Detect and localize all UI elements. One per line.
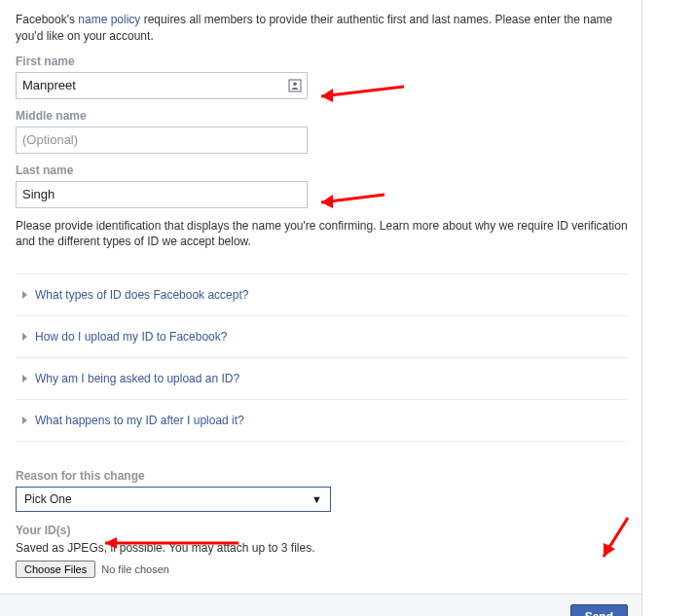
chevron-right-icon bbox=[21, 288, 29, 302]
first-name-group: First name bbox=[16, 54, 641, 99]
faq-list: What types of ID does Facebook accept? H… bbox=[16, 273, 628, 442]
last-name-group: Last name bbox=[16, 163, 641, 208]
intro-text: Facebook's name policy requires all memb… bbox=[16, 0, 641, 54]
chevron-right-icon bbox=[21, 330, 29, 344]
ids-section: Your ID(s) Saved as JPEGs, if possible. … bbox=[16, 524, 641, 578]
form-container: Facebook's name policy requires all memb… bbox=[0, 0, 642, 594]
faq-item[interactable]: How do I upload my ID to Facebook? bbox=[16, 316, 628, 358]
first-name-label: First name bbox=[16, 54, 641, 68]
last-name-label: Last name bbox=[16, 163, 641, 177]
send-button[interactable]: Send bbox=[570, 604, 628, 616]
footer-bar: Send bbox=[0, 594, 642, 616]
name-policy-link[interactable]: name policy bbox=[78, 13, 140, 26]
reason-selected: Pick One bbox=[24, 492, 72, 506]
file-upload-row: Choose Files No file chosen bbox=[16, 561, 641, 578]
faq-link[interactable]: Why am I being asked to upload an ID? bbox=[35, 372, 239, 385]
choose-files-button[interactable]: Choose Files bbox=[16, 561, 95, 578]
intro-pre: Facebook's bbox=[16, 13, 78, 26]
reason-label: Reason for this change bbox=[16, 469, 641, 483]
reason-select[interactable]: Pick One ▼ bbox=[16, 487, 331, 512]
first-name-input[interactable] bbox=[16, 72, 308, 99]
middle-name-group: Middle name bbox=[16, 109, 641, 154]
middle-name-input[interactable] bbox=[16, 127, 308, 154]
faq-item[interactable]: What happens to my ID after I upload it? bbox=[16, 400, 628, 442]
no-file-text: No file chosen bbox=[101, 563, 169, 575]
ids-hint: Saved as JPEGs, if possible. You may att… bbox=[16, 541, 641, 555]
chevron-right-icon bbox=[21, 414, 29, 427]
last-name-input[interactable] bbox=[16, 181, 308, 208]
verification-text: Please provide identification that displ… bbox=[16, 218, 628, 251]
reason-section: Reason for this change Pick One ▼ bbox=[16, 469, 641, 512]
chevron-right-icon bbox=[21, 372, 29, 385]
faq-item[interactable]: Why am I being asked to upload an ID? bbox=[16, 358, 628, 400]
faq-link[interactable]: How do I upload my ID to Facebook? bbox=[35, 330, 227, 344]
chevron-down-icon: ▼ bbox=[311, 493, 322, 505]
faq-link[interactable]: What happens to my ID after I upload it? bbox=[35, 414, 244, 427]
middle-name-label: Middle name bbox=[16, 109, 641, 123]
faq-link[interactable]: What types of ID does Facebook accept? bbox=[35, 288, 248, 302]
faq-item[interactable]: What types of ID does Facebook accept? bbox=[16, 274, 628, 316]
ids-label: Your ID(s) bbox=[16, 524, 641, 537]
